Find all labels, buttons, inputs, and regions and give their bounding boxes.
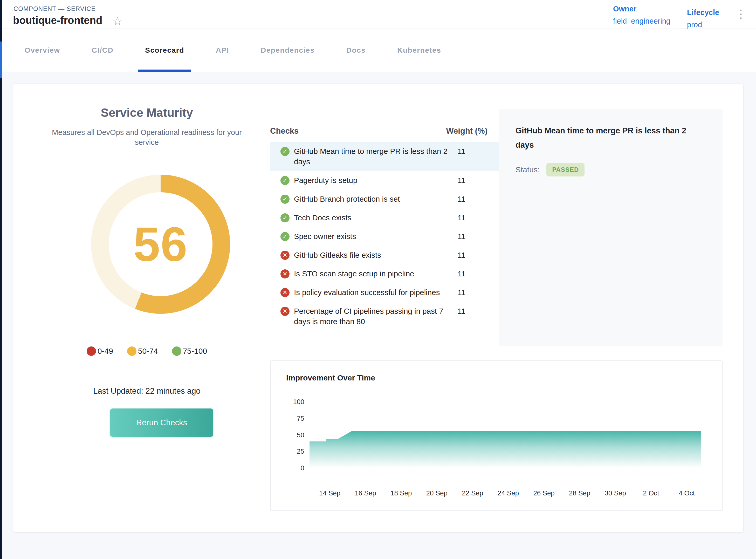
last-updated-text: Last Updated: 22 minutes ago	[29, 386, 265, 396]
score-value: 56	[133, 217, 188, 272]
check-row[interactable]: ✕Is STO scan stage setup in pipeline11	[270, 265, 499, 283]
collapsed-sidebar-strip	[0, 0, 2, 559]
owner-block: Owner field_engineering	[613, 5, 670, 25]
check-passed-icon: ✓	[280, 176, 290, 185]
scorecard-subtitle: Measures all DevOps and Operational read…	[43, 128, 251, 147]
page-title: boutique-frontend	[13, 15, 102, 26]
check-row[interactable]: ✕GitHub Gitleaks file exists11	[270, 246, 499, 265]
check-passed-icon: ✓	[280, 213, 290, 222]
favorite-star-icon[interactable]: ☆	[112, 15, 123, 27]
weight-column-header: Weight (%)	[446, 127, 487, 136]
legend-item-75-100: 75-100	[172, 346, 207, 356]
y-axis-tick: 75	[278, 414, 304, 422]
check-status-cell: ✕	[280, 250, 294, 260]
service-maturity-section: Service Maturity Measures all DevOps and…	[29, 84, 265, 533]
improvement-chart-card: Improvement Over Time 100755025014 Sep16…	[270, 360, 723, 511]
check-weight: 11	[452, 175, 499, 185]
chart-title: Improvement Over Time	[286, 374, 375, 382]
checks-panel: Checks Weight (%) ✓GitHub Mean time to m…	[270, 125, 499, 331]
check-passed-icon: ✓	[280, 232, 290, 241]
page-header: COMPONENT — SERVICE boutique-frontend ☆ …	[0, 0, 756, 29]
tab-scorecard[interactable]: Scorecard	[145, 29, 184, 72]
check-status-row: Status: PASSED	[516, 163, 706, 177]
status-badge: PASSED	[546, 163, 585, 177]
owner-link[interactable]: field_engineering	[613, 17, 670, 25]
legend-dot	[87, 346, 96, 356]
legend-label: 50-74	[138, 347, 158, 356]
check-status-cell: ✕	[280, 287, 294, 297]
breadcrumb: COMPONENT — SERVICE	[14, 5, 96, 13]
legend-dot	[172, 346, 181, 356]
check-row[interactable]: ✓Pagerduty is setup11	[270, 171, 499, 190]
x-axis-tick: 2 Oct	[643, 489, 659, 497]
x-axis-tick: 22 Sep	[462, 489, 483, 497]
check-weight: 11	[452, 250, 499, 260]
check-detail-title: GitHub Mean time to merge PR is less tha…	[516, 124, 697, 152]
score-legend: 0-4950-7475-100	[29, 346, 265, 356]
check-row[interactable]: ✓GitHub Mean time to merge PR is less th…	[270, 142, 499, 171]
rerun-checks-button[interactable]: Rerun Checks	[110, 408, 213, 437]
tab-overview[interactable]: Overview	[25, 29, 60, 72]
x-axis-tick: 18 Sep	[390, 489, 412, 497]
check-label: Tech Docs exists	[294, 213, 450, 223]
legend-item-50-74: 50-74	[127, 346, 158, 356]
x-axis-tick: 30 Sep	[605, 489, 626, 497]
kebab-menu-icon[interactable]: ⋮	[735, 8, 747, 20]
check-label: GitHub Branch protection is set	[294, 194, 450, 204]
check-weight: 11	[452, 269, 499, 279]
tab-api[interactable]: API	[216, 29, 229, 72]
check-label: Percentage of CI pipelines passing in pa…	[294, 306, 450, 327]
check-detail-panel: GitHub Mean time to merge PR is less tha…	[499, 109, 723, 346]
check-status-cell: ✕	[280, 269, 294, 278]
check-passed-icon: ✓	[280, 195, 290, 204]
tab-docs[interactable]: Docs	[346, 29, 366, 72]
lifecycle-value: prod	[687, 21, 719, 29]
x-axis-tick: 24 Sep	[498, 489, 519, 497]
check-status-cell: ✓	[280, 175, 294, 185]
check-label: Spec owner exists	[294, 231, 450, 242]
tab-bar: OverviewCI/CDScorecardAPIDependenciesDoc…	[0, 29, 756, 72]
y-axis-tick: 25	[278, 447, 304, 455]
owner-label: Owner	[613, 5, 670, 13]
check-row[interactable]: ✕Percentage of CI pipelines passing in p…	[270, 302, 499, 331]
scorecard-title: Service Maturity	[29, 106, 265, 120]
check-status-cell: ✓	[280, 213, 294, 222]
check-weight: 11	[452, 213, 499, 223]
x-axis-tick: 14 Sep	[319, 489, 340, 497]
tab-dependencies[interactable]: Dependencies	[261, 29, 315, 72]
x-axis-tick: 28 Sep	[569, 489, 590, 497]
check-label: Pagerduty is setup	[294, 175, 450, 185]
check-status-cell: ✕	[280, 306, 294, 316]
legend-label: 75-100	[183, 347, 207, 356]
status-label: Status:	[516, 165, 540, 174]
check-label: Is policy evaluation successful for pipe…	[294, 287, 450, 298]
x-axis-tick: 16 Sep	[354, 489, 376, 497]
check-label: Is STO scan stage setup in pipeline	[294, 269, 450, 279]
checks-table-header: Checks Weight (%)	[270, 125, 499, 137]
check-passed-icon: ✓	[280, 147, 290, 156]
scorecard-card: Service Maturity Measures all DevOps and…	[13, 84, 743, 533]
check-failed-icon: ✕	[280, 251, 290, 260]
check-status-cell: ✓	[280, 146, 294, 156]
tab-ci-cd[interactable]: CI/CD	[92, 29, 114, 72]
check-row[interactable]: ✓Spec owner exists11	[270, 227, 499, 246]
lifecycle-block: Lifecycle prod	[687, 8, 719, 29]
score-donut-hole: 56	[109, 192, 212, 296]
check-weight: 11	[452, 146, 499, 156]
legend-item-0-49: 0-49	[87, 346, 113, 356]
check-weight: 11	[452, 231, 499, 242]
y-axis-tick: 100	[278, 398, 304, 406]
y-axis-tick: 50	[278, 431, 304, 439]
check-row[interactable]: ✕Is policy evaluation successful for pip…	[270, 283, 499, 302]
checks-column-header: Checks	[270, 127, 446, 136]
check-weight: 11	[452, 194, 499, 204]
tab-kubernetes[interactable]: Kubernetes	[397, 29, 441, 72]
checks-list: ✓GitHub Mean time to merge PR is less th…	[270, 142, 499, 331]
score-donut-chart: 56	[91, 175, 230, 314]
check-row[interactable]: ✓GitHub Branch protection is set11	[270, 190, 499, 208]
check-weight: 11	[452, 306, 499, 316]
check-row[interactable]: ✓Tech Docs exists11	[270, 208, 499, 227]
check-status-cell: ✓	[280, 231, 294, 241]
check-failed-icon: ✕	[280, 288, 290, 297]
check-failed-icon: ✕	[280, 269, 290, 278]
